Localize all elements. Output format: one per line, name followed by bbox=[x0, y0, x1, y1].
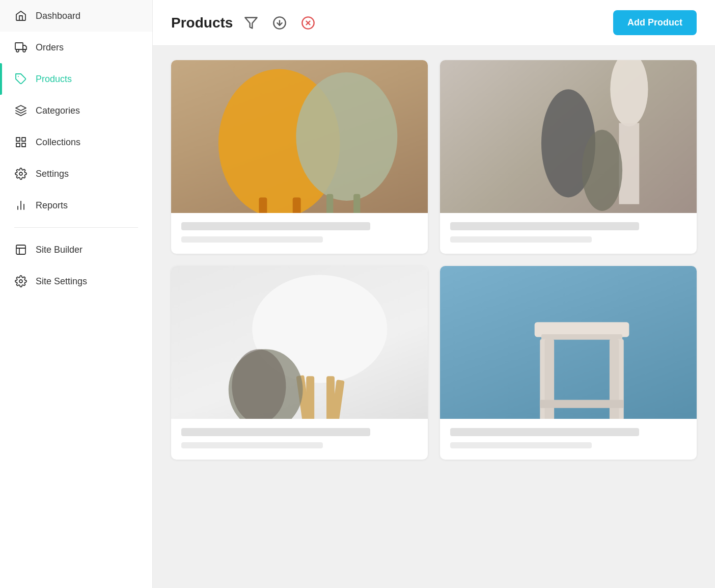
sidebar-label-categories: Categories bbox=[36, 105, 80, 116]
svg-rect-7 bbox=[16, 143, 20, 147]
svg-point-2 bbox=[23, 49, 25, 52]
add-product-button[interactable]: Add Product bbox=[613, 10, 697, 35]
svg-point-1 bbox=[16, 49, 19, 52]
sidebar-item-products[interactable]: Products bbox=[0, 63, 152, 95]
site-settings-icon bbox=[14, 275, 28, 288]
svg-rect-8 bbox=[22, 143, 25, 147]
filter-button[interactable] bbox=[241, 13, 261, 33]
site-builder-icon bbox=[14, 243, 28, 256]
close-icon bbox=[301, 16, 315, 30]
product-title-placeholder bbox=[450, 222, 639, 230]
close-button[interactable] bbox=[298, 13, 318, 33]
sidebar-label-site-settings: Site Settings bbox=[36, 276, 87, 287]
sidebar: Dashboard Orders Products bbox=[0, 0, 153, 588]
product-image bbox=[440, 60, 697, 213]
sidebar-item-dashboard[interactable]: Dashboard bbox=[0, 0, 152, 32]
page-header: Products Add P bbox=[153, 0, 715, 46]
product-image bbox=[171, 60, 428, 213]
product-info bbox=[171, 213, 428, 254]
product-card[interactable] bbox=[440, 60, 697, 254]
sidebar-label-site-builder: Site Builder bbox=[36, 245, 82, 255]
svg-rect-6 bbox=[22, 138, 25, 141]
product-subtitle-placeholder bbox=[181, 236, 323, 243]
sidebar-item-site-builder[interactable]: Site Builder bbox=[0, 234, 152, 265]
orders-icon bbox=[14, 41, 28, 54]
product-title-placeholder bbox=[181, 428, 370, 436]
sidebar-item-settings[interactable]: Settings bbox=[0, 158, 152, 190]
sidebar-divider bbox=[14, 227, 138, 228]
settings-icon bbox=[14, 167, 28, 180]
sidebar-label-orders: Orders bbox=[36, 42, 64, 53]
svg-point-9 bbox=[19, 172, 22, 175]
export-icon bbox=[272, 16, 287, 30]
product-info bbox=[440, 213, 697, 254]
svg-rect-5 bbox=[16, 138, 20, 141]
categories-icon bbox=[14, 104, 28, 117]
sidebar-item-categories[interactable]: Categories bbox=[0, 95, 152, 126]
main-content: Products Add P bbox=[153, 0, 715, 588]
svg-marker-17 bbox=[245, 17, 257, 28]
sidebar-label-settings: Settings bbox=[36, 169, 69, 179]
products-grid bbox=[171, 60, 697, 460]
product-info bbox=[171, 419, 428, 460]
product-image bbox=[171, 266, 428, 419]
sidebar-label-products: Products bbox=[36, 74, 72, 85]
header-left: Products bbox=[171, 13, 318, 33]
product-info bbox=[440, 419, 697, 460]
sidebar-label-collections: Collections bbox=[36, 137, 80, 148]
sidebar-item-reports[interactable]: Reports bbox=[0, 190, 152, 221]
sidebar-label-reports: Reports bbox=[36, 200, 68, 211]
product-subtitle-placeholder bbox=[450, 442, 592, 448]
product-card[interactable] bbox=[440, 266, 697, 460]
page-title: Products bbox=[171, 15, 233, 31]
product-title-placeholder bbox=[181, 222, 370, 230]
products-area bbox=[153, 46, 715, 588]
product-title-placeholder bbox=[450, 428, 639, 436]
product-subtitle-placeholder bbox=[181, 442, 323, 448]
svg-marker-4 bbox=[16, 105, 26, 111]
collections-icon bbox=[14, 136, 28, 149]
svg-point-16 bbox=[19, 280, 22, 283]
sidebar-label-dashboard: Dashboard bbox=[36, 11, 80, 21]
reports-icon bbox=[14, 199, 28, 212]
home-icon bbox=[14, 9, 28, 22]
svg-rect-0 bbox=[15, 43, 23, 49]
product-image bbox=[440, 266, 697, 419]
product-card[interactable] bbox=[171, 266, 428, 460]
product-subtitle-placeholder bbox=[450, 236, 592, 243]
products-icon bbox=[14, 72, 28, 86]
export-button[interactable] bbox=[269, 13, 290, 33]
product-card[interactable] bbox=[171, 60, 428, 254]
filter-icon bbox=[244, 16, 258, 30]
sidebar-item-orders[interactable]: Orders bbox=[0, 32, 152, 63]
sidebar-item-site-settings[interactable]: Site Settings bbox=[0, 265, 152, 297]
svg-rect-13 bbox=[16, 245, 25, 254]
sidebar-item-collections[interactable]: Collections bbox=[0, 126, 152, 158]
